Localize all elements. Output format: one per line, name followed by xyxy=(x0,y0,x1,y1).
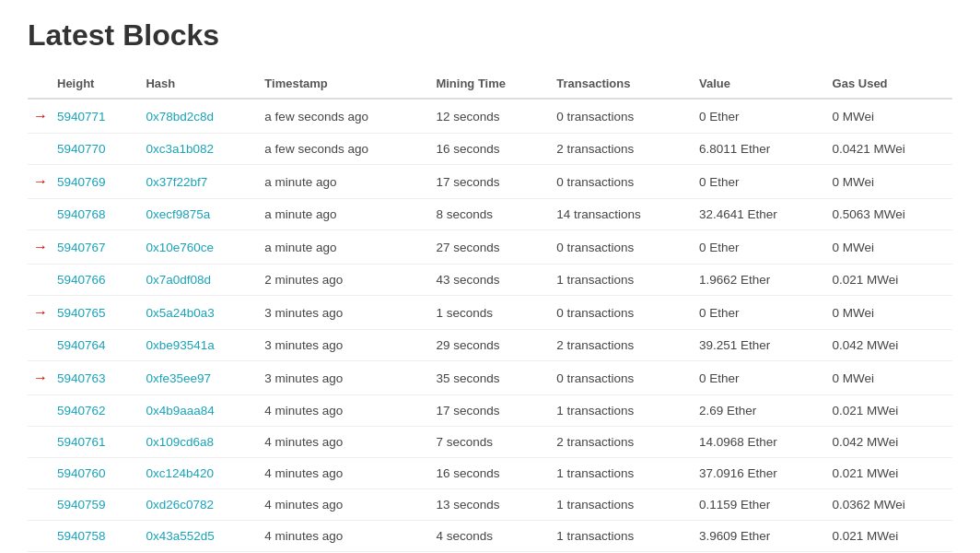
block-timestamp: 3 minutes ago xyxy=(259,361,430,395)
block-height[interactable]: 5940768 xyxy=(52,199,140,230)
red-arrow-icon: → xyxy=(33,304,48,320)
block-timestamp: a minute ago xyxy=(259,230,430,265)
block-transactions: 2 transactions xyxy=(551,134,694,165)
block-height[interactable]: 5940770 xyxy=(52,134,140,165)
block-hash[interactable]: 0x43a552d5 xyxy=(140,521,259,552)
red-arrow-icon: → xyxy=(33,370,48,385)
block-hash[interactable]: 0x7a0df08d xyxy=(140,265,259,296)
block-transactions: 1 transactions xyxy=(551,458,694,489)
block-mining-time: 8 seconds xyxy=(430,199,551,230)
block-value: 0 Ether xyxy=(694,165,827,199)
col-gas-used: Gas Used xyxy=(827,69,952,99)
block-timestamp: a minute ago xyxy=(259,165,430,199)
arrow-cell xyxy=(28,265,52,296)
red-arrow-icon: → xyxy=(33,173,48,189)
block-mining-time: 7 seconds xyxy=(430,427,551,458)
arrow-cell xyxy=(28,521,52,552)
block-transactions: 2 transactions xyxy=(551,330,694,361)
arrow-cell: → xyxy=(28,99,52,134)
block-hash[interactable]: 0x10e760ce xyxy=(140,230,259,265)
red-arrow-icon: → xyxy=(33,239,48,254)
block-transactions: 14 transactions xyxy=(551,199,694,230)
block-value: 0.1159 Ether xyxy=(694,489,827,521)
red-arrow-icon: → xyxy=(33,108,48,124)
block-height[interactable]: 5940767 xyxy=(52,230,140,265)
block-value: 3.9609 Ether xyxy=(694,521,827,552)
block-height[interactable]: 5940769 xyxy=(52,165,140,199)
arrow-cell xyxy=(28,427,52,458)
col-hash: Hash xyxy=(140,69,259,99)
block-hash[interactable]: 0x78bd2c8d xyxy=(140,99,259,134)
block-hash[interactable]: 0xecf9875a xyxy=(140,199,259,230)
block-mining-time: 13 seconds xyxy=(430,489,551,521)
table-row: →59407650x5a24b0a33 minutes ago1 seconds… xyxy=(28,296,952,330)
block-hash[interactable]: 0x109cd6a8 xyxy=(140,427,259,458)
block-transactions: 0 transactions xyxy=(551,165,694,199)
arrow-cell xyxy=(28,330,52,361)
block-height[interactable]: 5940761 xyxy=(52,427,140,458)
page-title: Latest Blocks xyxy=(28,18,952,53)
arrow-cell xyxy=(28,134,52,165)
table-row: →59407710x78bd2c8da few seconds ago12 se… xyxy=(28,99,952,134)
block-gas-used: 0.021 MWei xyxy=(827,521,952,552)
block-value: 0 Ether xyxy=(694,296,827,330)
blocks-table: Height Hash Timestamp Mining Time Transa… xyxy=(28,69,952,552)
block-hash[interactable]: 0xc124b420 xyxy=(140,458,259,489)
block-timestamp: 4 minutes ago xyxy=(259,458,430,489)
block-mining-time: 1 seconds xyxy=(430,296,551,330)
block-height[interactable]: 5940771 xyxy=(52,99,140,134)
block-height[interactable]: 5940758 xyxy=(52,521,140,552)
block-gas-used: 0.021 MWei xyxy=(827,265,952,296)
block-mining-time: 27 seconds xyxy=(430,230,551,265)
table-row: 59407620x4b9aaa844 minutes ago17 seconds… xyxy=(28,395,952,427)
block-gas-used: 0.0421 MWei xyxy=(827,134,952,165)
table-row: 59407660x7a0df08d2 minutes ago43 seconds… xyxy=(28,265,952,296)
block-mining-time: 16 seconds xyxy=(430,458,551,489)
arrow-cell: → xyxy=(28,361,52,395)
block-hash[interactable]: 0xc3a1b082 xyxy=(140,134,259,165)
table-row: 59407680xecf9875aa minute ago8 seconds14… xyxy=(28,199,952,230)
block-gas-used: 0 MWei xyxy=(827,165,952,199)
block-transactions: 0 transactions xyxy=(551,230,694,265)
block-gas-used: 0.021 MWei xyxy=(827,395,952,427)
block-mining-time: 43 seconds xyxy=(430,265,551,296)
block-height[interactable]: 5940766 xyxy=(52,265,140,296)
block-transactions: 0 transactions xyxy=(551,296,694,330)
block-gas-used: 0 MWei xyxy=(827,296,952,330)
table-header: Height Hash Timestamp Mining Time Transa… xyxy=(28,69,952,99)
block-height[interactable]: 5940763 xyxy=(52,361,140,395)
block-mining-time: 12 seconds xyxy=(430,99,551,134)
col-timestamp: Timestamp xyxy=(259,69,430,99)
block-height[interactable]: 5940759 xyxy=(52,489,140,521)
block-gas-used: 0 MWei xyxy=(827,99,952,134)
block-hash[interactable]: 0x4b9aaa84 xyxy=(140,395,259,427)
block-timestamp: 4 minutes ago xyxy=(259,427,430,458)
col-mining-time: Mining Time xyxy=(430,69,551,99)
block-hash[interactable]: 0xfe35ee97 xyxy=(140,361,259,395)
block-hash[interactable]: 0xbe93541a xyxy=(140,330,259,361)
block-gas-used: 0.021 MWei xyxy=(827,458,952,489)
block-height[interactable]: 5940764 xyxy=(52,330,140,361)
block-timestamp: 4 minutes ago xyxy=(259,489,430,521)
arrow-cell xyxy=(28,458,52,489)
table-row: 59407600xc124b4204 minutes ago16 seconds… xyxy=(28,458,952,489)
block-timestamp: 3 minutes ago xyxy=(259,330,430,361)
arrow-cell xyxy=(28,395,52,427)
block-height[interactable]: 5940760 xyxy=(52,458,140,489)
block-timestamp: 4 minutes ago xyxy=(259,521,430,552)
block-value: 32.4641 Ether xyxy=(694,199,827,230)
table-row: 59407590xd26c07824 minutes ago13 seconds… xyxy=(28,489,952,521)
block-height[interactable]: 5940762 xyxy=(52,395,140,427)
block-hash[interactable]: 0x37f22bf7 xyxy=(140,165,259,199)
block-hash[interactable]: 0x5a24b0a3 xyxy=(140,296,259,330)
block-gas-used: 0.042 MWei xyxy=(827,427,952,458)
col-arrow xyxy=(28,69,52,99)
arrow-cell xyxy=(28,199,52,230)
table-row: 59407640xbe93541a3 minutes ago29 seconds… xyxy=(28,330,952,361)
block-height[interactable]: 5940765 xyxy=(52,296,140,330)
table-row: →59407670x10e760cea minute ago27 seconds… xyxy=(28,230,952,265)
table-row: 59407610x109cd6a84 minutes ago7 seconds2… xyxy=(28,427,952,458)
block-hash[interactable]: 0xd26c0782 xyxy=(140,489,259,521)
block-mining-time: 4 seconds xyxy=(430,521,551,552)
block-gas-used: 0.0362 MWei xyxy=(827,489,952,521)
